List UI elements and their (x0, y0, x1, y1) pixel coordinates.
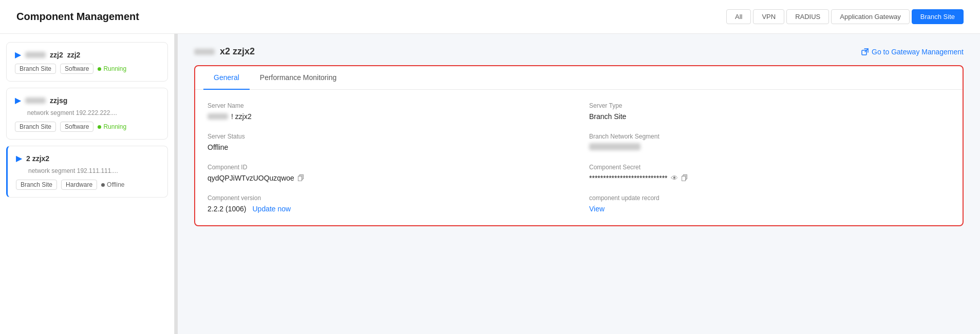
field-component-version: Component version 2.2.2 (1006) Update no… (208, 194, 569, 213)
server-name-value: ! zzjx2 (208, 112, 569, 121)
filter-tab-vpn[interactable]: VPN (753, 9, 784, 24)
card2-status-label: Running (103, 123, 126, 130)
field-component-secret: Component Secret ***********************… (589, 164, 950, 182)
filter-tab-all[interactable]: All (726, 9, 751, 24)
copy-component-id-button[interactable]: 🗍 (297, 174, 305, 182)
branch-network-label: Branch Network Segment (589, 133, 950, 140)
component-version-label: Component version (208, 194, 569, 202)
card2-name-blur (25, 97, 46, 104)
component-card-1[interactable]: ▶ zzj2 zzj2 Branch Site Software Running (6, 42, 168, 82)
card1-status: Running (98, 65, 126, 72)
card1-name: zzj2 (50, 51, 63, 59)
card2-tag-branchsite: Branch Site (15, 122, 56, 132)
toggle-secret-visibility-button[interactable]: 👁 (671, 174, 678, 182)
component-id-label: Component ID (208, 164, 569, 171)
card1-fullname: zzj2 (67, 51, 81, 59)
detail-title-text: x2 zzjx2 (220, 46, 255, 57)
card1-status-label: Running (103, 65, 126, 72)
detail-panel: x2 zzjx2 Go to Gateway Management Genera… (178, 34, 980, 334)
component-id-text: qydQPJiWTvzUOQuzqwoe (208, 174, 294, 182)
server-name-blur (208, 113, 228, 120)
sidebar: ▶ zzj2 zzj2 Branch Site Software Running… (0, 34, 175, 334)
card3-status: Offline (101, 181, 124, 188)
card2-tag-software: Software (60, 122, 93, 132)
card3-header: ▶ 2 zzjx2 (16, 153, 159, 163)
card1-tags: Branch Site Software Running (15, 64, 159, 74)
detail-header: x2 zzjx2 Go to Gateway Management (194, 46, 964, 57)
branch-site-icon-2: ▶ (15, 95, 21, 105)
branch-site-icon-3: ▶ (16, 153, 22, 163)
app-header: Component Management All VPN RADIUS Appl… (0, 0, 980, 34)
component-secret-text: **************************** (589, 174, 668, 182)
card1-status-dot (98, 67, 101, 71)
update-record-view-link[interactable]: View (589, 205, 950, 213)
detail-icon-blur (194, 49, 215, 55)
card3-tag-branchsite: Branch Site (16, 180, 57, 190)
component-card-3[interactable]: ▶ 2 zzjx2 network segment 192.111.111...… (6, 146, 168, 198)
gateway-link-text: Go to Gateway Management (872, 48, 964, 56)
detail-card: General Performance Monitoring Server Na… (194, 65, 964, 226)
detail-tabs: General Performance Monitoring (195, 66, 963, 90)
main-content: ▶ zzj2 zzj2 Branch Site Software Running… (0, 34, 980, 334)
card2-status: Running (98, 123, 126, 130)
update-record-label: component update record (589, 194, 950, 202)
card3-status-dot (101, 183, 105, 187)
card1-name-blur (25, 52, 46, 58)
component-version-value: 2.2.2 (1006) Update now (208, 205, 569, 213)
card3-tags: Branch Site Hardware Offline (16, 180, 159, 190)
card2-header: ▶ zzjsg (15, 95, 159, 105)
card3-tag-hardware: Hardware (61, 180, 97, 190)
card1-tag-software: Software (60, 64, 93, 74)
branch-site-icon-1: ▶ (15, 50, 21, 60)
card2-status-dot (98, 125, 101, 129)
card2-tags: Branch Site Software Running (15, 122, 159, 132)
field-update-record: component update record View (589, 194, 950, 213)
field-server-status: Server Status Offline (208, 133, 569, 151)
field-component-id: Component ID qydQPJiWTvzUOQuzqwoe 🗍 (208, 164, 569, 182)
update-now-link[interactable]: Update now (253, 205, 291, 213)
card3-meta: network segment 192.111.111.... (16, 167, 159, 174)
detail-title: x2 zzjx2 (194, 46, 255, 57)
branch-network-value (589, 143, 950, 150)
field-server-type: Server Type Branch Site (589, 102, 950, 121)
field-branch-network: Branch Network Segment (589, 133, 950, 151)
filter-tab-branchsite[interactable]: Branch Site (912, 9, 964, 24)
info-grid: Server Name ! zzjx2 Server Type Branch S… (208, 102, 950, 213)
component-id-value: qydQPJiWTvzUOQuzqwoe 🗍 (208, 174, 569, 182)
page-title: Component Management (16, 11, 139, 23)
filter-tabs: All VPN RADIUS Application Gateway Branc… (726, 9, 964, 24)
card3-status-label: Offline (107, 181, 124, 188)
detail-body: Server Name ! zzjx2 Server Type Branch S… (195, 90, 963, 225)
card2-meta: network segment 192.222.222.... (15, 109, 159, 116)
server-name-label: Server Name (208, 102, 569, 109)
card1-header: ▶ zzj2 zzj2 (15, 50, 159, 60)
server-type-value: Branch Site (589, 112, 950, 121)
filter-tab-radius[interactable]: RADIUS (786, 9, 829, 24)
filter-tab-appgw[interactable]: Application Gateway (831, 9, 910, 24)
gateway-management-link[interactable]: Go to Gateway Management (861, 48, 964, 56)
component-secret-label: Component Secret (589, 164, 950, 171)
tab-performance[interactable]: Performance Monitoring (250, 66, 347, 90)
server-status-label: Server Status (208, 133, 569, 140)
field-server-name: Server Name ! zzjx2 (208, 102, 569, 121)
server-type-label: Server Type (589, 102, 950, 109)
server-status-value: Offline (208, 143, 569, 151)
card1-tag-branchsite: Branch Site (15, 64, 56, 74)
component-version-text: 2.2.2 (1006) (208, 205, 247, 213)
external-link-icon (861, 48, 869, 55)
card3-name: 2 zzjx2 (26, 154, 49, 163)
component-secret-value: **************************** 👁 🗍 (589, 174, 950, 182)
card2-name: zzjsg (50, 96, 67, 105)
component-card-2[interactable]: ▶ zzjsg network segment 192.222.222.... … (6, 88, 168, 140)
copy-secret-button[interactable]: 🗍 (681, 174, 688, 182)
branch-network-blur (589, 143, 640, 150)
tab-general[interactable]: General (203, 66, 250, 90)
server-name-text: ! zzjx2 (231, 112, 252, 121)
